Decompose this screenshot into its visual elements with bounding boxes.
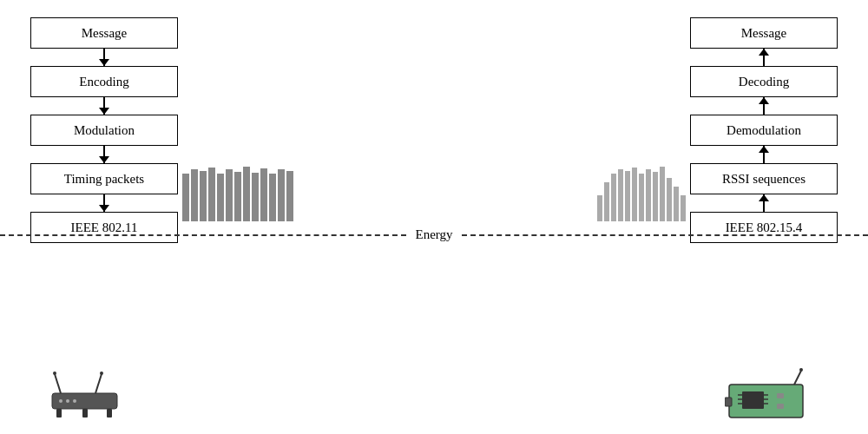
svg-rect-22 — [777, 404, 784, 409]
dashed-line-right — [462, 234, 868, 236]
arrow-encoding-to-modulation — [103, 97, 105, 115]
bar-element — [260, 168, 267, 221]
router-device — [17, 365, 165, 425]
svg-rect-21 — [777, 393, 784, 398]
energy-row: Energy — [0, 227, 868, 242]
right-rssi-box: RSSI sequences — [690, 163, 838, 194]
bar-element — [278, 169, 285, 221]
bar-element — [681, 195, 686, 221]
svg-rect-23 — [725, 398, 732, 406]
bar-element — [243, 167, 250, 221]
left-modulation-label: Modulation — [74, 123, 135, 138]
bar-element — [217, 174, 224, 221]
bar-element — [625, 171, 630, 221]
arrow-message-to-encoding — [103, 49, 105, 66]
bar-element — [660, 167, 665, 221]
arrow-decoding-to-message — [763, 49, 765, 66]
pcb-icon — [725, 367, 829, 424]
bar-element — [618, 169, 623, 221]
svg-rect-6 — [82, 409, 88, 418]
left-signal-bars — [182, 156, 293, 221]
arrow-timing-to-ieee — [103, 194, 105, 212]
svg-point-9 — [66, 399, 69, 403]
bar-element — [597, 195, 602, 221]
arrow-ieee-to-rssi — [763, 194, 765, 212]
svg-line-1 — [55, 374, 61, 393]
left-encoding-box: Encoding — [30, 66, 178, 97]
right-decoding-box: Decoding — [690, 66, 838, 97]
bar-element — [252, 173, 259, 221]
left-modulation-box: Modulation — [30, 115, 178, 146]
bar-element — [646, 169, 651, 221]
diagram: Message Encoding Modulation Timing packe… — [0, 0, 868, 434]
dashed-line-left — [0, 234, 406, 236]
bar-element — [226, 169, 233, 221]
svg-line-3 — [95, 374, 102, 393]
bar-element — [604, 182, 609, 221]
svg-rect-11 — [729, 385, 803, 418]
bar-element — [182, 174, 189, 221]
bar-element — [611, 174, 616, 221]
svg-rect-7 — [107, 409, 112, 418]
bar-element — [667, 178, 672, 221]
bar-element — [200, 171, 207, 221]
svg-point-2 — [53, 372, 56, 375]
bar-element — [674, 187, 679, 221]
bar-element — [234, 172, 241, 221]
bar-element — [653, 172, 658, 221]
right-message-box: Message — [690, 17, 838, 49]
bar-element — [639, 174, 644, 221]
left-timing-label: Timing packets — [64, 172, 144, 187]
arrow-modulation-to-timing — [103, 146, 105, 163]
right-rssi-label: RSSI sequences — [722, 172, 806, 187]
right-demodulation-box: Demodulation — [690, 115, 838, 146]
bar-element — [208, 168, 215, 221]
right-message-label: Message — [741, 26, 787, 41]
bar-element — [269, 174, 276, 221]
svg-point-8 — [59, 399, 62, 403]
arrow-rssi-to-demodulation — [763, 146, 765, 163]
right-demodulation-label: Demodulation — [727, 123, 801, 138]
bar-element — [632, 168, 637, 221]
energy-label: Energy — [406, 227, 461, 242]
left-encoding-label: Encoding — [79, 75, 129, 89]
svg-line-12 — [794, 371, 801, 385]
right-column: Message Decoding Demodulation RSSI seque… — [677, 9, 851, 243]
router-icon — [39, 367, 143, 424]
arrow-demodulation-to-decoding — [763, 97, 765, 115]
svg-rect-5 — [56, 409, 62, 418]
pcb-device — [703, 365, 851, 425]
right-signal-bars — [597, 161, 686, 221]
svg-rect-14 — [742, 391, 764, 409]
left-message-label: Message — [82, 26, 128, 41]
svg-point-4 — [100, 372, 103, 375]
left-message-box: Message — [30, 17, 178, 49]
svg-point-10 — [73, 399, 76, 403]
left-timing-box: Timing packets — [30, 163, 178, 194]
bar-element — [286, 171, 293, 221]
right-decoding-label: Decoding — [739, 75, 789, 89]
bar-element — [191, 169, 198, 221]
left-column: Message Encoding Modulation Timing packe… — [17, 9, 191, 243]
svg-point-13 — [799, 368, 803, 372]
